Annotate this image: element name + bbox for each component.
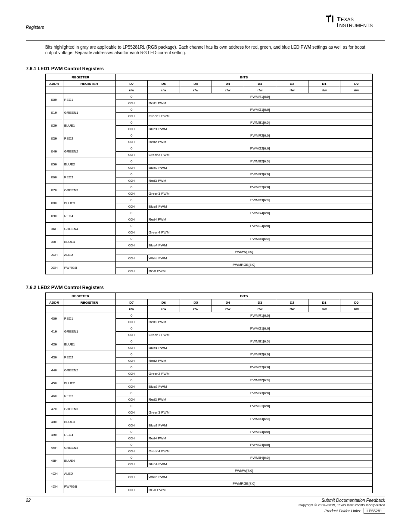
col-rw: r/w [115,87,148,93]
cell-addr: 00H [46,93,63,106]
cell-register: BLUE3 [63,197,115,210]
cell-register: BLUE2 [63,377,115,390]
cell-symbol: PWMB3[6:0] [148,416,373,422]
cell-reserved: 0 [115,106,148,113]
cell-default: 00H [115,113,148,119]
cell-default: 00H [115,461,148,467]
cell-symbol: PWMB1[6:0] [148,119,373,126]
col-bit: D4 [212,81,244,87]
cell-reserved: 0 [115,210,148,216]
cell-addr: 04H [46,145,63,158]
cell-symbol: PWMR1[6:0] [148,312,373,319]
cell-description: White PWM [148,255,373,261]
cell-default: 00H [115,126,148,132]
cell-reserved: 0 [115,416,148,422]
col-register: REGISTER [63,81,115,87]
cell-register: RED4 [63,429,115,442]
cell-description: Blue1 PWM [148,345,373,351]
page-footer: 22 Submit Documentation Feedback Copyrig… [26,497,385,514]
cell-reserved: 0 [115,351,148,358]
cell-symbol: PWMG4[6:0] [148,442,373,448]
cell-register: RED2 [63,132,115,145]
cell-default: 00H [115,487,148,493]
col-bits-group: BITS [115,74,372,81]
svg-text:EXAS: EXAS [341,17,354,22]
col-bit: D2 [276,81,308,87]
cell-register: BLUE1 [63,119,115,132]
cell-reserved: 0 [115,312,148,319]
cell-description: Blue2 PWM [148,165,373,171]
led1-pwm-table: REGISTERBITSADDRREGISTERD7D6D5D4D3D2D1D0… [45,74,373,274]
cell-reserved: 0 [115,236,148,242]
cell-symbol: PWMR4[6:0] [148,210,373,216]
cell-symbol: PWMB3[6:0] [148,197,373,203]
cell-default: 00H [115,370,148,377]
cell-addr: 45H [46,377,63,390]
cell-addr: 46H [46,390,63,403]
cell-symbol: PWMR2[6:0] [148,351,373,358]
cell-register: PWRGB [63,480,115,493]
cell-symbol: PWMG3[6:0] [148,184,373,190]
cell-reserved: 0 [115,325,148,332]
cell-addr: 03H [46,132,63,145]
col-bit: D1 [308,299,340,306]
section1-heading: 7.6.1 LED1 PWM Control Registers [26,66,385,71]
cell-symbol: PWMG1[6:0] [148,106,373,113]
cell-symbol: PWMG4[6:0] [148,223,373,229]
cell-addr: 07H [46,184,63,197]
cell-description: Red4 PWM [148,216,373,223]
col-addr: ADDR [46,81,63,87]
cell-addr: 43H [46,351,63,364]
cell-reserved: 0 [115,184,148,190]
cell-symbol: PWMR3[6:0] [148,171,373,177]
cell-description: Green2 PWM [148,370,373,377]
cell-register: GREEN4 [63,223,115,236]
cell-register: RED2 [63,351,115,364]
col-rw: r/w [115,306,148,312]
cell-reserved: 0 [115,390,148,396]
cell-addr: 08H [46,197,63,210]
col-rw: r/w [308,87,340,93]
col-bit: D3 [244,81,276,87]
col-addr: ADDR [46,299,63,306]
cell-description: Blue1 PWM [148,126,373,132]
col-blank [46,306,63,312]
col-rw: r/w [148,87,180,93]
cell-addr: 0BH [46,236,63,249]
cell-reserved: 0 [115,171,148,177]
cell-addr: 01H [46,106,63,119]
cell-register: BLUE3 [63,416,115,429]
cell-default: 00H [115,268,148,274]
cell-description: RGB PWM [148,268,373,274]
cell-default: 00H [115,100,148,106]
cell-symbol: PWMG3[6:0] [148,403,373,409]
cell-addr: 05H [46,158,63,171]
cell-description: Red4 PWM [148,435,373,442]
cell-register: BLUE4 [63,236,115,249]
cell-register: GREEN2 [63,364,115,377]
footer-product-link[interactable]: LP55281 [364,508,385,514]
cell-register: GREEN3 [63,184,115,197]
col-rw: r/w [148,306,180,312]
cell-default: 00H [115,177,148,184]
cell-addr: 0DH [46,261,63,274]
col-rw: r/w [340,87,373,93]
cell-register: GREEN1 [63,106,115,119]
cell-addr: 4AH [46,442,63,454]
cell-default: 00H [115,435,148,442]
cell-addr: 4CH [46,467,63,480]
col-register-group: REGISTER [46,293,116,299]
col-bit: D5 [180,81,212,87]
cell-default: 00H [115,229,148,236]
col-rw: r/w [308,306,340,312]
cell-addr: 41H [46,325,63,338]
footer-feedback-link[interactable]: Submit Documentation Feedback [321,498,385,503]
cell-register: GREEN4 [63,442,115,454]
col-bit: D6 [148,81,180,87]
col-bit: D0 [340,299,373,306]
cell-symbol: PWMRGB[7:0] [115,480,372,487]
cell-register: BLUE2 [63,158,115,171]
cell-addr: 49H [46,429,63,442]
cell-description: Green2 PWM [148,152,373,158]
col-bits-group: BITS [115,293,372,299]
